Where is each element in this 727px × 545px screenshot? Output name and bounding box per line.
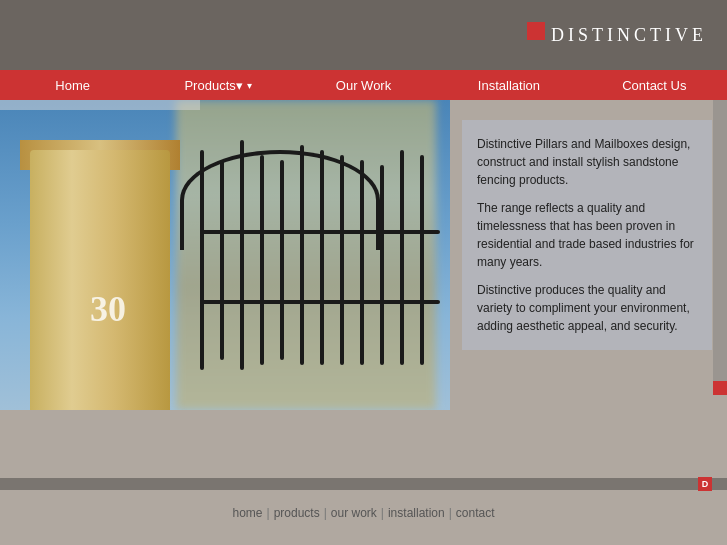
gate-bar (400, 150, 404, 365)
image-highlight-bar (0, 100, 200, 110)
nav-home[interactable]: Home (0, 70, 145, 100)
footer-link-products[interactable]: products (274, 506, 320, 520)
bottom-icon: D (698, 477, 712, 491)
logo-text: DISTINCTIVE (551, 25, 707, 46)
footer-links: home | products | our work | installatio… (233, 506, 495, 520)
footer-link-our-work[interactable]: our work (331, 506, 377, 520)
nav-our-work[interactable]: Our Work (291, 70, 436, 100)
hero-text-box: Distinctive Pillars and Mailboxes design… (462, 120, 712, 350)
footer-link-home[interactable]: home (233, 506, 263, 520)
dropdown-arrow-icon: ▾ (236, 78, 243, 93)
logo: DISTINCTIVE (527, 25, 707, 46)
text-para-2: The range reflects a quality and timeles… (477, 199, 697, 271)
pillar: 30 (30, 150, 170, 410)
background-building (176, 100, 436, 410)
text-para-3: Distinctive produces the quality and var… (477, 281, 697, 335)
nav-contact-us[interactable]: Contact Us (582, 70, 727, 100)
scrollbar[interactable] (713, 100, 727, 395)
footer-link-contact[interactable]: contact (456, 506, 495, 520)
footer: home | products | our work | installatio… (0, 490, 727, 535)
footer-link-installation[interactable]: installation (388, 506, 445, 520)
gate-bar (200, 300, 440, 304)
gate-arch (180, 150, 380, 250)
logo-icon (527, 22, 545, 40)
nav-installation[interactable]: Installation (436, 70, 581, 100)
bottom-bar: D (0, 478, 727, 490)
text-para-1: Distinctive Pillars and Mailboxes design… (477, 135, 697, 189)
gate-bar (420, 155, 424, 365)
scroll-thumb[interactable] (713, 381, 727, 395)
pillar-number: 30 (90, 288, 126, 330)
header: DISTINCTIVE (0, 0, 727, 70)
navigation: Home Products ▾ Our Work Installation Co… (0, 70, 727, 100)
nav-products[interactable]: Products ▾ (145, 70, 290, 100)
gate-bar (380, 165, 384, 365)
hero-image: 30 (0, 100, 450, 410)
main-content: 30 Distinctive Pillars and Mailboxes des (0, 100, 727, 490)
